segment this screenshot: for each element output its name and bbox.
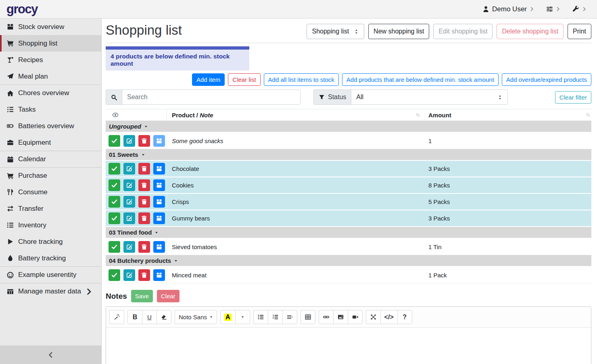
sidebar-item-tasks[interactable]: Tasks — [0, 101, 101, 118]
sidebar-item-stock-overview[interactable]: Stock overview — [0, 19, 101, 35]
add-to-stock-button[interactable] — [153, 196, 165, 208]
trash-icon — [141, 166, 147, 172]
notes-clear-button[interactable]: Clear — [157, 290, 180, 302]
notes-editor-area[interactable] — [106, 328, 591, 364]
mark-done-button[interactable] — [109, 135, 120, 147]
sidebar-item-example-userentity[interactable]: Example userentity — [0, 266, 101, 283]
sidebar-item-battery-tracking[interactable]: Battery tracking — [0, 250, 101, 266]
ordered-list-button[interactable] — [268, 310, 283, 324]
group-header[interactable]: Ungrouped — [106, 121, 591, 133]
add-below-min-stock-button[interactable]: Add products that are below defined min.… — [342, 73, 499, 86]
unordered-list-button[interactable] — [253, 310, 268, 324]
sidebar-item-manage-master-data[interactable]: Manage master data — [0, 283, 101, 300]
style-button[interactable] — [109, 310, 124, 324]
main-content: Shopping list Shopping list New shopping… — [102, 19, 597, 364]
app-logo[interactable]: grocy — [0, 2, 102, 17]
sidebar-item-consume[interactable]: Consume — [0, 184, 101, 200]
delete-item-button[interactable] — [138, 269, 150, 281]
filter-icon — [319, 94, 325, 100]
underline-button[interactable]: U — [142, 310, 157, 324]
product-column-header[interactable]: Product / Note — [167, 112, 424, 119]
insert-link-button[interactable] — [319, 310, 334, 324]
add-to-stock-button[interactable] — [153, 163, 165, 175]
new-shopping-list-button[interactable]: New shopping list — [368, 24, 429, 39]
print-button[interactable]: Print — [568, 24, 591, 39]
status-select[interactable]: All — [351, 89, 508, 105]
notes-save-button[interactable]: Save — [131, 290, 153, 302]
mark-done-button[interactable] — [109, 163, 120, 175]
filter-row: Status All Clear filter — [106, 89, 591, 105]
add-overdue-button[interactable]: Add overdue/expired products — [502, 73, 591, 86]
add-to-stock-button[interactable] — [153, 241, 165, 253]
group-header[interactable]: 04 Butchery products — [106, 255, 591, 267]
text-color-caret-button[interactable] — [235, 310, 250, 324]
mark-done-button[interactable] — [109, 196, 120, 208]
delete-shopping-list-button[interactable]: Delete shopping list — [497, 24, 564, 39]
sidebar-item-meal-plan[interactable]: Meal plan — [0, 68, 101, 85]
group-header[interactable]: 03 Tinned food — [106, 227, 591, 239]
box-icon — [6, 23, 15, 30]
clear-list-button[interactable]: Clear list — [228, 73, 260, 86]
sort-icon[interactable] — [586, 112, 591, 117]
delete-item-button[interactable] — [138, 241, 150, 253]
edit-item-button[interactable] — [123, 241, 135, 253]
insert-table-button[interactable] — [301, 310, 315, 324]
edit-item-button[interactable] — [123, 135, 135, 147]
bold-button[interactable]: B — [127, 310, 142, 324]
edit-shopping-list-button[interactable]: Edit shopping list — [433, 24, 493, 39]
shopping-list-table: Product / Note Amount UngroupedSome good… — [106, 109, 591, 283]
delete-item-button[interactable] — [138, 163, 150, 175]
mark-done-button[interactable] — [109, 212, 120, 224]
shopping-list-select[interactable]: Shopping list — [307, 24, 364, 39]
mark-done-button[interactable] — [109, 179, 120, 191]
sidebar-item-purchase[interactable]: Purchase — [0, 167, 101, 184]
sidebar-item-batteries-overview[interactable]: Batteries overview — [0, 118, 101, 134]
delete-item-button[interactable] — [138, 135, 150, 147]
sidebar-item-transfer[interactable]: Transfer — [0, 200, 101, 217]
add-to-stock-button[interactable] — [153, 212, 165, 224]
play-icon — [6, 238, 15, 245]
add-all-to-stock-button[interactable]: Add all list items to stock — [264, 73, 339, 86]
text-color-button[interactable]: A — [220, 310, 236, 324]
check-icon — [111, 138, 117, 144]
edit-item-button[interactable] — [123, 196, 135, 208]
chevron-right-icon — [582, 7, 587, 11]
group-header[interactable]: 01 Sweets — [106, 149, 591, 161]
amount-column-header[interactable]: Amount — [424, 112, 591, 119]
edit-item-button[interactable] — [123, 179, 135, 191]
fullscreen-button[interactable] — [366, 310, 381, 324]
sidebar-item-calendar[interactable]: Calendar — [0, 151, 101, 167]
search-input[interactable] — [122, 89, 301, 105]
sidebar-collapse-button[interactable] — [0, 345, 101, 364]
font-family-button[interactable]: Noto Sans — [175, 310, 217, 324]
user-menu[interactable]: Demo User — [482, 5, 534, 13]
delete-item-button[interactable] — [138, 196, 150, 208]
paragraph-button[interactable] — [282, 310, 297, 324]
add-to-stock-button[interactable] — [153, 179, 165, 191]
sidebar-item-chore-tracking[interactable]: Chore tracking — [0, 233, 101, 250]
delete-item-button[interactable] — [138, 212, 150, 224]
insert-picture-button[interactable] — [333, 310, 348, 324]
edit-item-button[interactable] — [123, 269, 135, 281]
sidebar-item-equipment[interactable]: Equipment — [0, 134, 101, 151]
sidebar-item-chores-overview[interactable]: Chores overview — [0, 85, 101, 101]
code-view-button[interactable]: </> — [380, 310, 398, 324]
toolbar-group: Noto Sans — [175, 310, 217, 324]
edit-item-button[interactable] — [123, 212, 135, 224]
settings-menu[interactable] — [546, 6, 560, 12]
mark-done-button[interactable] — [109, 269, 120, 281]
mark-done-button[interactable] — [109, 241, 120, 253]
clear-filter-button[interactable]: Clear filter — [555, 91, 591, 104]
add-item-button[interactable]: Add item — [192, 73, 225, 86]
sort-icon[interactable] — [415, 112, 420, 117]
delete-item-button[interactable] — [138, 179, 150, 191]
help-button[interactable]: ? — [397, 310, 412, 324]
insert-video-button[interactable] — [348, 310, 363, 324]
add-to-stock-button[interactable] — [153, 269, 165, 281]
edit-item-button[interactable] — [123, 163, 135, 175]
sidebar-item-recipes[interactable]: Recipes — [0, 52, 101, 68]
admin-menu[interactable] — [572, 6, 587, 12]
sidebar-item-shopping-list[interactable]: Shopping list — [0, 35, 101, 52]
clear-formatting-button[interactable] — [157, 310, 171, 324]
sidebar-item-inventory[interactable]: Inventory — [0, 217, 101, 233]
